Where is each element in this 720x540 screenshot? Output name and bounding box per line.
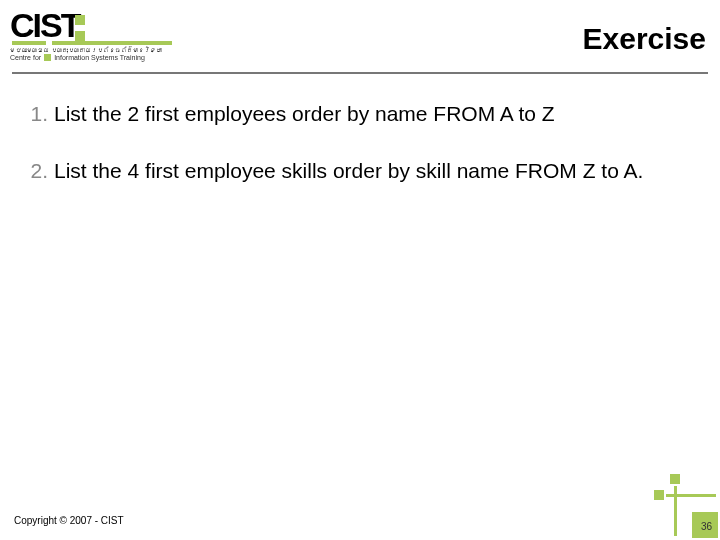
item-text: List the 2 first employees order by name… [54, 100, 700, 127]
page-number: 36 [701, 521, 712, 532]
square-icon [44, 54, 51, 61]
logo-text: CIST [10, 6, 79, 45]
logo-sub-right: Information Systems Training [54, 54, 145, 61]
page-title: Exercise [583, 22, 706, 56]
list-item: 2. List the 4 first employee skills orde… [20, 157, 700, 184]
logo-squares [75, 15, 85, 41]
bar-icon [52, 41, 172, 45]
square-icon [75, 31, 85, 41]
bar-icon [12, 41, 46, 45]
slide-header: CIST មជ្ឈមណ្ឌល បណ្តុះបណ្តាលប្រព័ន្ធព័ត៌ម… [0, 0, 720, 80]
item-text: List the 4 first employee skills order b… [54, 157, 700, 184]
line-icon [674, 486, 677, 536]
logo-sub-left: Centre for [10, 54, 41, 61]
item-number: 1. [20, 100, 48, 127]
copyright: Copyright © 2007 - CIST [14, 515, 124, 526]
logo-subtext-en: Centre for Information Systems Training [10, 54, 190, 61]
logo-subtext-khmer: មជ្ឈមណ្ឌល បណ្តុះបណ្តាលប្រព័ន្ធព័ត៌មានវិទ… [10, 47, 190, 54]
square-icon [654, 490, 664, 500]
list-item: 1. List the 2 first employees order by n… [20, 100, 700, 127]
square-icon [670, 474, 680, 484]
divider [12, 72, 708, 74]
logo-bars [12, 41, 190, 45]
item-number: 2. [20, 157, 48, 184]
square-icon [75, 15, 85, 25]
logo-main: CIST [10, 6, 190, 45]
logo: CIST មជ្ឈមណ្ឌល បណ្តុះបណ្តាលប្រព័ន្ធព័ត៌ម… [10, 6, 190, 61]
content-area: 1. List the 2 first employees order by n… [20, 100, 700, 215]
